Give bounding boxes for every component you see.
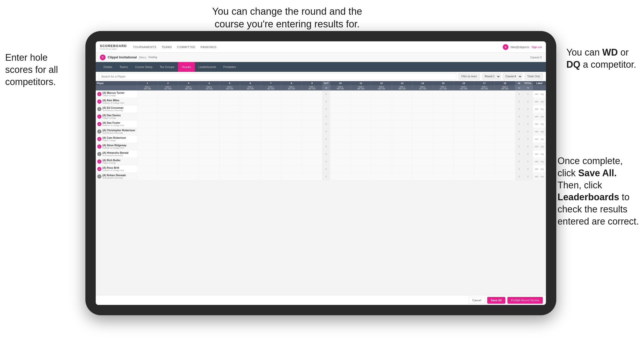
hole-score-input[interactable] xyxy=(179,143,198,150)
hole-score-input[interactable] xyxy=(372,166,391,172)
hole-score-input[interactable] xyxy=(303,113,322,120)
hole-score-input[interactable] xyxy=(393,143,412,150)
hole-score-input[interactable] xyxy=(179,151,198,157)
hole-7-input[interactable] xyxy=(261,173,281,180)
publish-button[interactable]: Publish Round Scores xyxy=(507,297,543,304)
hole-score-input[interactable] xyxy=(241,121,260,127)
hole-7-input[interactable] xyxy=(261,90,281,98)
hole-5-input[interactable] xyxy=(219,143,240,150)
hole-16-input[interactable] xyxy=(454,90,474,98)
hole-10-input[interactable] xyxy=(330,105,351,113)
hole-1-input[interactable] xyxy=(137,165,158,173)
filter-team-button[interactable]: Filter by team xyxy=(458,73,480,80)
wd-button[interactable]: WD xyxy=(534,160,539,163)
hole-11-input[interactable] xyxy=(351,105,371,113)
hole-4-input[interactable] xyxy=(199,120,220,128)
hole-12-input[interactable] xyxy=(371,98,392,105)
hole-15-input[interactable] xyxy=(433,135,454,143)
hole-score-input[interactable] xyxy=(262,136,280,142)
hole-17-input[interactable] xyxy=(474,150,495,158)
dq-button[interactable]: DQ xyxy=(540,153,544,156)
hole-score-input[interactable] xyxy=(393,106,412,112)
hole-score-input[interactable] xyxy=(138,166,157,172)
hole-17-input[interactable] xyxy=(474,120,495,128)
hole-5-input[interactable] xyxy=(219,165,240,173)
hole-1-input[interactable] xyxy=(137,150,158,158)
hole-17-input[interactable] xyxy=(474,128,495,135)
hole-7-input[interactable] xyxy=(261,120,281,128)
hole-16-input[interactable] xyxy=(454,113,474,120)
hole-2-input[interactable] xyxy=(158,150,179,158)
hole-15-input[interactable] xyxy=(433,98,454,105)
hole-12-input[interactable] xyxy=(371,90,392,98)
hole-score-input[interactable] xyxy=(393,173,412,180)
hole-score-input[interactable] xyxy=(372,136,391,142)
hole-10-input[interactable] xyxy=(330,98,351,105)
hole-score-input[interactable] xyxy=(138,113,157,120)
hole-score-input[interactable] xyxy=(434,91,453,97)
hole-score-input[interactable] xyxy=(241,128,260,135)
hole-18-input[interactable] xyxy=(495,150,515,158)
hole-11-input[interactable] xyxy=(351,173,371,180)
hole-score-input[interactable] xyxy=(241,106,260,112)
hole-score-input[interactable] xyxy=(454,136,473,142)
hole-score-input[interactable] xyxy=(495,158,514,165)
hole-score-input[interactable] xyxy=(413,173,432,180)
hole-score-input[interactable] xyxy=(262,158,280,165)
hole-12-input[interactable] xyxy=(371,135,392,143)
hole-2-input[interactable] xyxy=(158,105,179,113)
hole-score-input[interactable] xyxy=(262,143,280,150)
hole-score-input[interactable] xyxy=(454,173,473,180)
search-input[interactable] xyxy=(99,73,456,80)
hole-3-input[interactable] xyxy=(178,128,199,135)
hole-5-input[interactable] xyxy=(219,105,240,113)
hole-9-input[interactable] xyxy=(302,143,322,150)
hole-score-input[interactable] xyxy=(352,128,371,135)
hole-score-input[interactable] xyxy=(241,98,260,105)
hole-score-input[interactable] xyxy=(393,151,412,157)
hole-3-input[interactable] xyxy=(178,165,199,173)
hole-score-input[interactable] xyxy=(179,166,198,172)
hole-3-input[interactable] xyxy=(178,98,199,105)
hole-9-input[interactable] xyxy=(302,173,322,180)
hole-score-input[interactable] xyxy=(495,91,514,97)
wd-button[interactable]: WD xyxy=(534,145,539,148)
hole-7-input[interactable] xyxy=(261,165,281,173)
round-select[interactable]: Round 1 xyxy=(482,73,501,80)
hole-score-input[interactable] xyxy=(138,128,157,135)
hole-6-input[interactable] xyxy=(240,165,261,173)
hole-9-input[interactable] xyxy=(302,150,322,158)
hole-score-input[interactable] xyxy=(262,121,280,127)
hole-11-input[interactable] xyxy=(351,135,371,143)
hole-score-input[interactable] xyxy=(454,113,473,120)
hole-5-input[interactable] xyxy=(219,173,240,180)
hole-score-input[interactable] xyxy=(282,98,301,105)
hole-score-input[interactable] xyxy=(220,113,239,120)
hole-18-input[interactable] xyxy=(495,143,515,150)
hole-score-input[interactable] xyxy=(413,113,432,120)
hole-score-input[interactable] xyxy=(454,121,473,127)
hole-12-input[interactable] xyxy=(371,120,392,128)
hole-score-input[interactable] xyxy=(475,173,494,180)
hole-16-input[interactable] xyxy=(454,98,474,105)
hole-7-input[interactable] xyxy=(261,158,281,165)
hole-11-input[interactable] xyxy=(351,90,371,98)
hole-score-input[interactable] xyxy=(159,151,177,157)
hole-score-input[interactable] xyxy=(454,91,473,97)
hole-score-input[interactable] xyxy=(303,166,322,172)
hole-score-input[interactable] xyxy=(220,151,239,157)
hole-1-input[interactable] xyxy=(137,98,158,105)
hole-score-input[interactable] xyxy=(352,121,371,127)
hole-15-input[interactable] xyxy=(433,158,454,165)
hole-14-input[interactable] xyxy=(412,105,433,113)
hole-score-input[interactable] xyxy=(352,173,371,180)
hole-13-input[interactable] xyxy=(392,165,412,173)
hole-score-input[interactable] xyxy=(393,158,412,165)
hole-score-input[interactable] xyxy=(434,98,453,105)
hole-score-input[interactable] xyxy=(495,98,514,105)
hole-score-input[interactable] xyxy=(331,173,350,180)
hole-score-input[interactable] xyxy=(495,121,514,127)
hole-18-input[interactable] xyxy=(495,135,515,143)
hole-5-input[interactable] xyxy=(219,98,240,105)
hole-18-input[interactable] xyxy=(495,113,515,120)
